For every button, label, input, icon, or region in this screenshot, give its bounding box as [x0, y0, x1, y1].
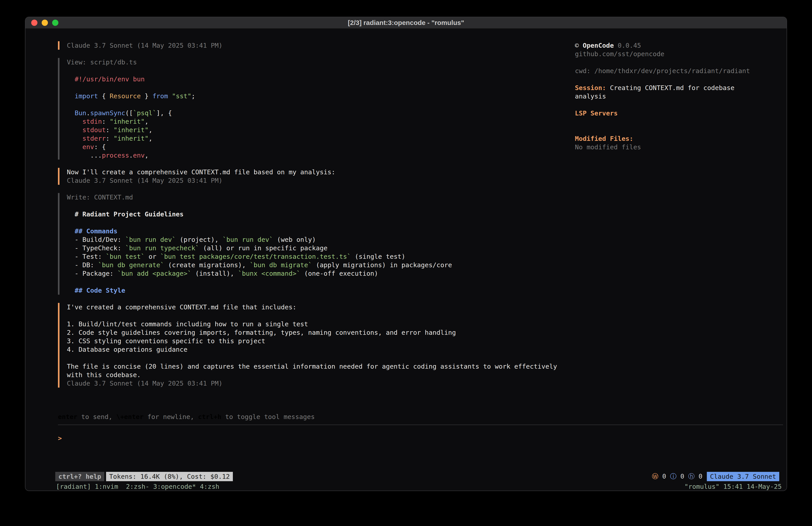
text-segment: ctrl+h: [198, 413, 221, 421]
text-segment: `bun run dev`: [125, 236, 176, 243]
chat-line: Write: CONTEXT.md: [67, 193, 575, 201]
traffic-lights: [31, 17, 58, 28]
text-segment: View: script/db.ts: [67, 58, 137, 66]
text-segment: 1. Build/lint/test commands including ho…: [67, 320, 308, 328]
chat-line: 1. Build/lint/test commands including ho…: [67, 320, 575, 328]
chat-line: Claude 3.7 Sonnet (14 May 2025 03:41 PM): [67, 176, 575, 185]
text-segment: # Radiant Project Guidelines: [67, 210, 184, 218]
chat-line: 3. CSS styling conventions specific to t…: [67, 337, 575, 345]
text-segment: to send,: [77, 413, 116, 421]
text-segment: to toggle tool messages: [221, 413, 315, 421]
text-segment: 0: [677, 472, 688, 480]
sidebar-line: [575, 58, 775, 67]
chat-line: [67, 278, 575, 286]
text-segment: Now I'll create a comprehensive CONTEXT.…: [67, 168, 335, 176]
text-segment: analysis: [575, 93, 606, 100]
text-segment: cwd: /home/thdxr/dev/projects/radiant/ra…: [575, 67, 750, 75]
text-segment: "inherit": [110, 118, 145, 125]
tmux-window-list[interactable]: [radiant] 1:nvim 2:zsh- 3:opencode* 4:zs…: [56, 483, 219, 491]
tool-output-write: Write: CONTEXT.md # Radiant Project Guid…: [58, 193, 575, 295]
text-segment: Modified Files:: [575, 135, 633, 142]
text-segment: #!/usr/bin/env bun: [75, 75, 145, 83]
close-button[interactable]: [31, 19, 38, 26]
text-segment: ], {: [156, 109, 172, 117]
text-segment: No modified files: [575, 143, 641, 151]
text-segment: stdin: [83, 118, 102, 125]
text-segment: (project),: [176, 236, 222, 243]
chat-history[interactable]: Claude 3.7 Sonnet (14 May 2025 03:41 PM)…: [58, 41, 575, 413]
text-segment: Bun: [75, 109, 86, 117]
text-segment: `bun add <package>`: [117, 270, 191, 277]
chat-line: Claude 3.7 Sonnet (14 May 2025 03:41 PM): [67, 379, 575, 388]
chat-line: [67, 201, 575, 210]
text-segment: (apply migrations) in packages/core: [312, 261, 452, 269]
assistant-message: I've created a comprehensive CONTEXT.md …: [58, 303, 575, 388]
text-segment: :: [106, 134, 114, 142]
lsp-diagnostics: Ⓦ 0 ⓘ 0 ⓗ 0: [652, 472, 702, 481]
text-segment: }: [141, 92, 153, 100]
chat-line: with this codebase.: [67, 371, 575, 379]
text-segment: `bun run dev`: [222, 236, 273, 243]
text-segment: env: [133, 152, 145, 159]
assistant-message-footer: Claude 3.7 Sonnet (14 May 2025 03:41 PM): [58, 41, 575, 50]
text-segment: spawnSync: [90, 109, 125, 117]
text-segment: ,: [145, 118, 148, 125]
text-segment: ,: [149, 134, 153, 142]
text-segment: (single test): [351, 253, 405, 260]
text-segment: `bun db generate`: [98, 261, 164, 269]
chat-line: - Test: `bun test` or `bun test packages…: [67, 252, 575, 261]
chat-line: [67, 354, 575, 362]
text-segment: ...: [67, 152, 102, 159]
zoom-button[interactable]: [52, 19, 58, 26]
text-segment: `bun test`: [106, 253, 145, 260]
chat-line: Claude 3.7 Sonnet (14 May 2025 03:41 PM): [67, 41, 575, 50]
text-segment: - DB:: [67, 261, 98, 269]
text-segment: Claude 3.7 Sonnet (14 May 2025 03:41 PM): [67, 177, 222, 184]
text-segment: ,: [149, 126, 153, 134]
sidebar-line: LSP Servers: [575, 109, 775, 117]
text-segment: "inherit": [114, 134, 149, 142]
message-input-area[interactable]: >: [58, 425, 783, 472]
assistant-message: Now I'll create a comprehensive CONTEXT.…: [58, 168, 575, 185]
tmux-status-bar: [radiant] 1:nvim 2:zsh- 3:opencode* 4:zs…: [25, 483, 787, 491]
text-segment: LSP Servers: [575, 110, 618, 117]
text-segment: Claude 3.7 Sonnet (14 May 2025 03:41 PM): [67, 380, 222, 387]
text-segment: : {: [94, 143, 106, 151]
text-segment: [67, 143, 83, 151]
text-segment: ©: [575, 42, 583, 49]
sidebar-line: [575, 75, 775, 84]
text-segment: "sst": [172, 92, 191, 100]
text-segment: OpenCode: [583, 42, 614, 49]
text-segment: for newline,: [144, 413, 198, 421]
text-segment: 0: [658, 472, 670, 480]
status-bar: ctrl+? help Tokens: 16.4K (8%), Cost: $0…: [25, 472, 787, 483]
terminal-content: Claude 3.7 Sonnet (14 May 2025 03:41 PM)…: [25, 29, 787, 425]
text-segment: [67, 118, 83, 125]
chat-line: stdout: "inherit",: [67, 126, 575, 134]
chat-line: ## Code Style: [67, 286, 575, 295]
minimize-button[interactable]: [42, 19, 48, 26]
text-segment: stdout: [83, 126, 106, 134]
text-segment: enter: [58, 413, 77, 421]
chat-line: Bun.spawnSync([`psql`], {: [67, 109, 575, 117]
text-segment: `psql`: [133, 109, 156, 117]
text-segment: ## Commands: [75, 227, 117, 235]
text-segment: .: [129, 152, 133, 159]
text-segment: process: [102, 152, 129, 159]
text-segment: 4. Database operations guidance: [67, 346, 187, 353]
window-title: [2/3] radiant:3:opencode - "romulus": [348, 19, 464, 27]
chat-line: - TypeCheck: `bun run typecheck` (all) o…: [67, 244, 575, 252]
text-segment: Resource: [110, 92, 141, 100]
text-segment: - Test:: [67, 253, 106, 260]
text-segment: "inherit": [114, 126, 149, 134]
sidebar-line: Modified Files:: [575, 134, 775, 143]
terminal-window: [2/3] radiant:3:opencode - "romulus" Cla…: [25, 17, 787, 491]
chat-line: import { Resource } from "sst";: [67, 92, 575, 100]
chat-line: #!/usr/bin/env bun: [67, 75, 575, 83]
text-segment: (one-off execution): [300, 270, 378, 277]
titlebar[interactable]: [2/3] radiant:3:opencode - "romulus": [25, 17, 787, 29]
chat-line: stdin: "inherit",: [67, 117, 575, 126]
text-segment: 0.0.45: [614, 42, 641, 49]
text-segment: [67, 287, 75, 294]
sidebar-line: Session: Creating CONTEXT.md for codebas…: [575, 84, 775, 92]
